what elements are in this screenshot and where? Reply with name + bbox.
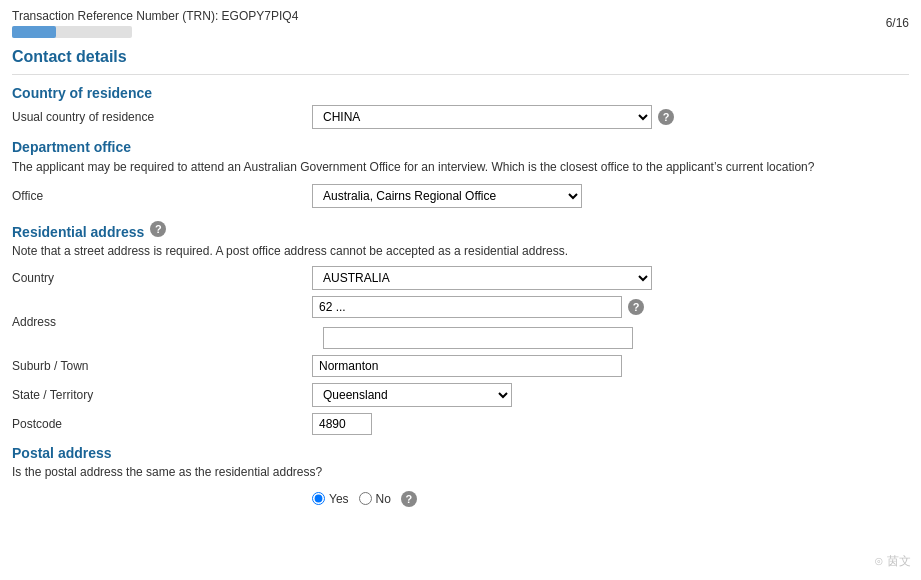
country-of-residence-row: Usual country of residence CHINA AUSTRAL… [12,105,909,129]
no-label: No [376,492,391,506]
trn-text: Transaction Reference Number (TRN): EGOP… [12,9,298,23]
department-office-description: The applicant may be required to attend … [12,159,909,176]
state-row: State / Territory Queensland New South W… [12,383,909,407]
office-label: Office [12,189,312,203]
suburb-row: Suburb / Town [12,355,909,377]
office-row: Office Australia, Cairns Regional Office… [12,184,909,208]
suburb-label: Suburb / Town [12,359,312,373]
contact-details-heading: Contact details [12,48,909,66]
res-country-select[interactable]: AUSTRALIA CHINA OTHER [312,266,652,290]
postcode-field [312,413,372,435]
residential-address-note: Note that a street address is required. … [12,244,909,258]
address-field: ? [312,296,644,349]
state-select[interactable]: Queensland New South Wales Victoria Sout… [312,383,512,407]
state-label: State / Territory [12,388,312,402]
postcode-row: Postcode [12,413,909,435]
residential-address-help-icon[interactable]: ? [150,221,166,237]
address-line2-input[interactable] [323,327,633,349]
address-line1-input[interactable] [312,296,622,318]
postal-address-question: Is the postal address the same as the re… [12,465,322,479]
postal-same-radio-group: Yes No ? [312,491,909,507]
residential-address-heading-row: Residential address ? [12,214,909,244]
country-of-residence-heading: Country of residence [12,85,909,101]
yes-label: Yes [329,492,349,506]
country-of-residence-select[interactable]: CHINA AUSTRALIA OTHER [312,105,652,129]
address-row: Address ? [12,296,909,349]
postal-address-question-row: Is the postal address the same as the re… [12,465,909,487]
address-help-icon[interactable]: ? [628,299,644,315]
yes-radio-label[interactable]: Yes [312,492,349,506]
progress-bar-fill [12,26,56,38]
yes-radio[interactable] [312,492,325,505]
postcode-label: Postcode [12,417,312,431]
no-radio[interactable] [359,492,372,505]
trn-bar: Transaction Reference Number (TRN): EGOP… [12,8,909,38]
res-country-label: Country [12,271,312,285]
office-field: Australia, Cairns Regional Office Austra… [312,184,582,208]
country-of-residence-field: CHINA AUSTRALIA OTHER ? [312,105,674,129]
divider-1 [12,74,909,75]
postal-help-icon[interactable]: ? [401,491,417,507]
res-country-row: Country AUSTRALIA CHINA OTHER [12,266,909,290]
state-field: Queensland New South Wales Victoria Sout… [312,383,512,407]
country-of-residence-label: Usual country of residence [12,110,312,124]
no-radio-label[interactable]: No [359,492,391,506]
watermark: ⊙ 茵文 [874,553,911,570]
department-office-heading: Department office [12,139,909,155]
suburb-input[interactable] [312,355,622,377]
postcode-input[interactable] [312,413,372,435]
residential-address-heading: Residential address [12,224,144,240]
postal-address-heading: Postal address [12,445,909,461]
res-country-field: AUSTRALIA CHINA OTHER [312,266,652,290]
progress-bar-container [12,26,132,38]
page-indicator: 6/16 [886,16,909,30]
country-help-icon[interactable]: ? [658,109,674,125]
suburb-field [312,355,622,377]
office-select[interactable]: Australia, Cairns Regional Office Austra… [312,184,582,208]
address-label: Address [12,315,312,329]
